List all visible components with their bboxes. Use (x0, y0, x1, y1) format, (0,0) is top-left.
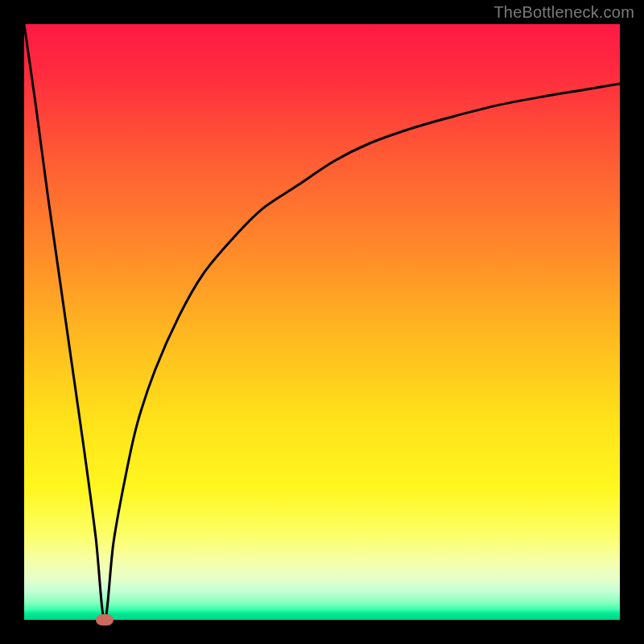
optimal-point-marker (96, 614, 114, 625)
chart-frame: TheBottleneck.com (0, 0, 644, 644)
bottleneck-curve (24, 24, 620, 620)
curve-svg (24, 24, 620, 620)
watermark-text: TheBottleneck.com (493, 3, 634, 22)
plot-area (24, 24, 620, 620)
